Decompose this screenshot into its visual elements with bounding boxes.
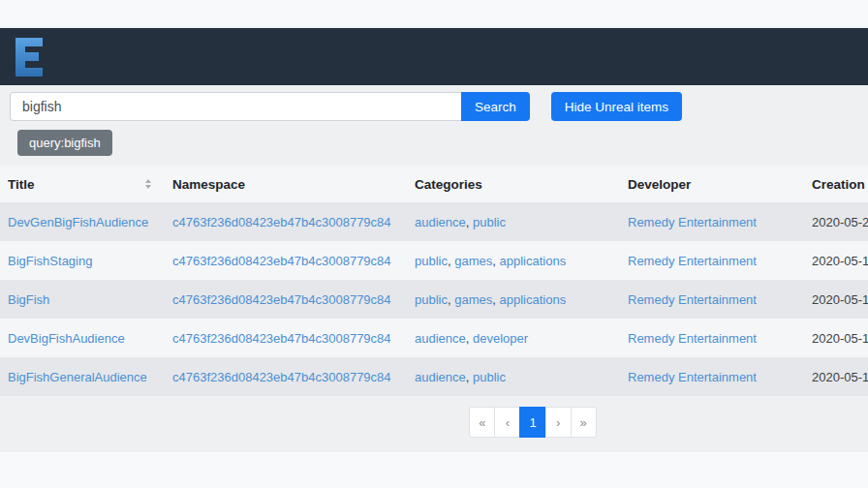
namespace-link[interactable]: c4763f236d08423eb47b4c3008779c84 bbox=[172, 254, 391, 268]
developer-link[interactable]: Remedy Entertainment bbox=[628, 370, 757, 384]
next-page-button[interactable]: › bbox=[545, 407, 572, 438]
category-link[interactable]: public bbox=[473, 370, 506, 384]
category-link[interactable]: public bbox=[415, 292, 448, 307]
category-link[interactable]: games bbox=[454, 292, 492, 307]
table-body: DevGenBigFishAudiencec4763f236d08423eb47… bbox=[0, 202, 868, 396]
first-page-button[interactable]: « bbox=[469, 407, 495, 438]
cell-title: BigFishGeneralAudience bbox=[0, 357, 165, 396]
table-row: BigFishGeneralAudiencec4763f236d08423eb4… bbox=[0, 357, 868, 396]
cell-categories: audience, public bbox=[407, 357, 620, 396]
table-row: BigFishc4763f236d08423eb47b4c3008779c84p… bbox=[0, 280, 868, 319]
search-input-group: Search bbox=[10, 92, 530, 121]
item-title-link[interactable]: BigFishStaging bbox=[8, 254, 92, 268]
column-header-namespace[interactable]: Namespace bbox=[165, 166, 407, 202]
title-header-label: Title bbox=[8, 177, 35, 192]
category-link[interactable]: audience bbox=[415, 331, 466, 346]
epic-logo-icon[interactable] bbox=[16, 38, 43, 76]
navbar bbox=[0, 28, 868, 85]
category-link[interactable]: applications bbox=[499, 292, 566, 307]
table-header-row: Title Namespace Categories Developer Cre… bbox=[0, 166, 868, 202]
cell-categories: public, games, applications bbox=[407, 241, 620, 280]
pagination-wrap: «‹1›» bbox=[0, 407, 868, 438]
cell-title: BigFishStaging bbox=[0, 241, 165, 280]
sort-icon[interactable] bbox=[145, 179, 151, 189]
search-button[interactable]: Search bbox=[461, 92, 530, 121]
developer-link[interactable]: Remedy Entertainment bbox=[628, 215, 757, 229]
namespace-link[interactable]: c4763f236d08423eb47b4c3008779c84 bbox=[172, 292, 391, 307]
table-row: DevGenBigFishAudiencec4763f236d08423eb47… bbox=[0, 202, 868, 241]
cell-developer: Remedy Entertainment bbox=[620, 319, 804, 357]
hide-unreal-items-button[interactable]: Hide Unreal items bbox=[551, 92, 682, 121]
cell-creation: 2020-05-1 bbox=[804, 280, 868, 319]
cell-creation: 2020-05-1 bbox=[804, 241, 868, 280]
developer-link[interactable]: Remedy Entertainment bbox=[628, 254, 757, 268]
cell-title: DevGenBigFishAudience bbox=[0, 202, 165, 241]
developer-link[interactable]: Remedy Entertainment bbox=[628, 292, 757, 307]
badge-row: query:bigfish bbox=[0, 121, 868, 157]
cell-namespace: c4763f236d08423eb47b4c3008779c84 bbox=[165, 202, 407, 241]
column-header-developer[interactable]: Developer bbox=[620, 166, 804, 202]
namespace-link[interactable]: c4763f236d08423eb47b4c3008779c84 bbox=[172, 215, 391, 229]
cell-namespace: c4763f236d08423eb47b4c3008779c84 bbox=[165, 241, 407, 280]
table-row: BigFishStagingc4763f236d08423eb47b4c3008… bbox=[0, 241, 868, 280]
last-page-button[interactable]: » bbox=[571, 407, 597, 438]
main-content: Search Hide Unreal items query:bigfish T… bbox=[0, 85, 868, 452]
cell-categories: audience, public bbox=[407, 202, 620, 241]
search-row: Search Hide Unreal items bbox=[0, 85, 868, 121]
page-1-button[interactable]: 1 bbox=[519, 407, 545, 438]
prev-page-button[interactable]: ‹ bbox=[494, 407, 520, 438]
category-link[interactable]: applications bbox=[499, 254, 566, 268]
column-header-categories[interactable]: Categories bbox=[407, 166, 620, 202]
items-table: Title Namespace Categories Developer Cre… bbox=[0, 166, 868, 396]
namespace-link[interactable]: c4763f236d08423eb47b4c3008779c84 bbox=[172, 331, 391, 346]
top-strip bbox=[0, 0, 868, 28]
namespace-link[interactable]: c4763f236d08423eb47b4c3008779c84 bbox=[172, 370, 391, 384]
category-link[interactable]: public bbox=[473, 215, 506, 229]
item-title-link[interactable]: DevGenBigFishAudience bbox=[8, 215, 148, 229]
column-header-creation[interactable]: Creation bbox=[804, 166, 868, 202]
category-link[interactable]: public bbox=[415, 254, 448, 268]
cell-title: DevBigFishAudience bbox=[0, 319, 165, 357]
item-title-link[interactable]: DevBigFishAudience bbox=[8, 331, 125, 346]
search-input[interactable] bbox=[10, 92, 461, 121]
category-link[interactable]: developer bbox=[473, 331, 528, 346]
category-link[interactable]: games bbox=[454, 254, 492, 268]
table-row: DevBigFishAudiencec4763f236d08423eb47b4c… bbox=[0, 319, 868, 357]
cell-creation: 2020-05-1 bbox=[804, 319, 868, 357]
cell-categories: public, games, applications bbox=[407, 280, 620, 319]
cell-creation: 2020-05-1 bbox=[804, 357, 868, 396]
cell-creation: 2020-05-2 bbox=[804, 202, 868, 241]
cell-title: BigFish bbox=[0, 280, 165, 319]
cell-developer: Remedy Entertainment bbox=[620, 202, 804, 241]
cell-developer: Remedy Entertainment bbox=[620, 241, 804, 280]
cell-namespace: c4763f236d08423eb47b4c3008779c84 bbox=[165, 319, 407, 357]
developer-link[interactable]: Remedy Entertainment bbox=[628, 331, 757, 346]
item-title-link[interactable]: BigFishGeneralAudience bbox=[8, 370, 147, 384]
category-link[interactable]: audience bbox=[415, 370, 466, 384]
cell-developer: Remedy Entertainment bbox=[620, 280, 804, 319]
cell-namespace: c4763f236d08423eb47b4c3008779c84 bbox=[165, 280, 407, 319]
category-link[interactable]: audience bbox=[415, 215, 466, 229]
cell-namespace: c4763f236d08423eb47b4c3008779c84 bbox=[165, 357, 407, 396]
column-header-title[interactable]: Title bbox=[0, 166, 165, 202]
pagination: «‹1›» bbox=[469, 407, 597, 438]
query-badge: query:bigfish bbox=[17, 130, 112, 156]
cell-developer: Remedy Entertainment bbox=[620, 357, 804, 396]
cell-categories: audience, developer bbox=[407, 319, 620, 357]
item-title-link[interactable]: BigFish bbox=[8, 292, 49, 307]
